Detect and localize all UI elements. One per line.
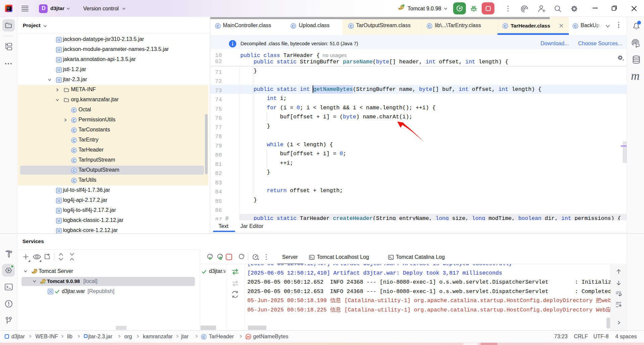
svg-text:C: C (72, 128, 75, 132)
svg-text:C: C (574, 24, 577, 28)
svg-text:C: C (72, 108, 75, 112)
svg-text:C: C (72, 118, 75, 122)
svg-text:C: C (216, 24, 219, 28)
svg-text:C: C (72, 138, 75, 142)
svg-text:C: C (504, 24, 506, 28)
svg-text:C: C (428, 24, 431, 28)
svg-text:C: C (72, 158, 75, 162)
svg-text:C: C (72, 178, 75, 182)
svg-text:C: C (202, 335, 205, 339)
svg-text:C: C (292, 24, 294, 28)
svg-text:m: m (247, 335, 250, 339)
svg-text:C: C (350, 24, 352, 28)
svg-text:C: C (72, 168, 75, 172)
svg-text:C: C (72, 148, 75, 152)
